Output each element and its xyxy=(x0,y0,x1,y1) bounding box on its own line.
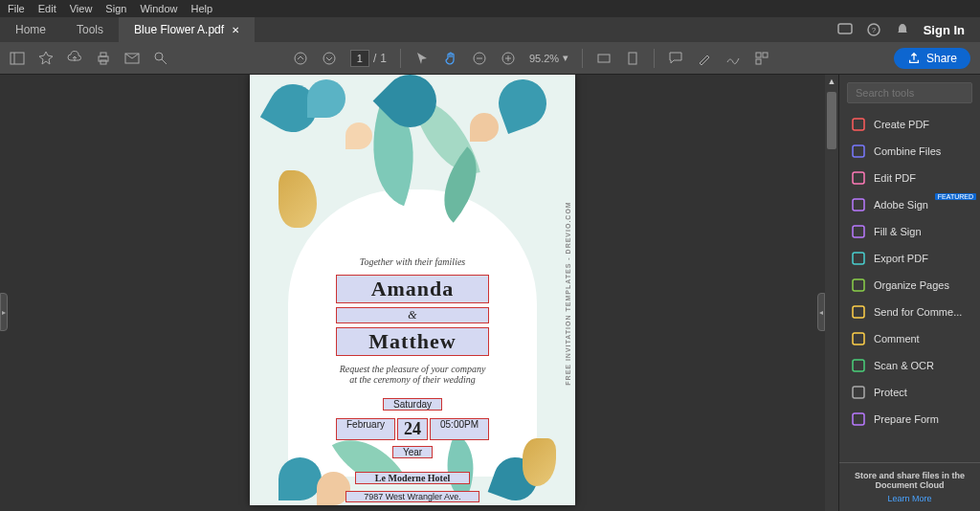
tab-document[interactable]: Blue Flower A.pdf ✕ xyxy=(119,17,255,42)
more-tools-icon[interactable] xyxy=(754,51,769,66)
svg-line-10 xyxy=(162,59,167,64)
tool-item-organize-pages[interactable]: Organize Pages xyxy=(839,272,980,299)
svg-rect-26 xyxy=(853,199,864,211)
date-field[interactable]: 24 xyxy=(397,418,428,440)
print-icon[interactable] xyxy=(96,51,111,66)
name1-field[interactable]: Amanda xyxy=(336,275,489,303)
svg-rect-32 xyxy=(853,360,864,371)
fit-width-icon[interactable] xyxy=(596,51,612,66)
cloud-upload-icon[interactable] xyxy=(67,51,82,66)
cloud-promo: Store and share files in the Document Cl… xyxy=(839,462,980,511)
tool-label: Adobe Sign xyxy=(874,199,928,211)
svg-rect-30 xyxy=(853,306,864,318)
page-total: 1 xyxy=(380,52,387,65)
menu-file[interactable]: File xyxy=(8,3,25,14)
venue-field[interactable]: Le Moderne Hotel xyxy=(355,472,470,484)
highlight-icon[interactable] xyxy=(697,51,712,66)
search-icon[interactable] xyxy=(153,51,168,66)
tool-item-edit-pdf[interactable]: Edit PDF xyxy=(839,165,980,191)
chat-icon[interactable] xyxy=(837,22,853,37)
help-icon[interactable]: ? xyxy=(866,22,881,37)
document-viewer[interactable]: ▸ xyxy=(0,75,825,511)
zoom-value: 95.2% xyxy=(529,53,559,64)
svg-rect-28 xyxy=(853,253,864,264)
sidebar-toggle-icon[interactable] xyxy=(10,51,25,66)
tool-item-adobe-sign[interactable]: Adobe SignFEATURED xyxy=(839,191,980,218)
pdf-page: FREE INVITATION TEMPLATES - DREVIO.COM T… xyxy=(250,75,575,505)
page-down-icon[interactable] xyxy=(322,51,337,66)
share-button[interactable]: Share xyxy=(894,48,970,69)
expand-right-handle[interactable]: ◂ xyxy=(817,293,825,331)
search-tools-input[interactable] xyxy=(847,82,972,103)
page-current-input[interactable] xyxy=(350,50,369,67)
svg-rect-21 xyxy=(763,53,768,57)
svg-rect-3 xyxy=(11,53,24,64)
tool-item-export-pdf[interactable]: Export PDF xyxy=(839,245,980,272)
menu-view[interactable]: View xyxy=(70,3,93,14)
month-field[interactable]: February xyxy=(336,418,395,440)
tool-item-fill-sign[interactable]: Fill & Sign xyxy=(839,218,980,245)
tool-label: Scan & OCR xyxy=(874,360,934,371)
day-field[interactable]: Saturday xyxy=(383,398,442,411)
svg-rect-19 xyxy=(629,53,636,64)
zoom-dropdown[interactable]: 95.2% ▾ xyxy=(529,52,568,64)
svg-rect-22 xyxy=(756,59,761,64)
promo-learn-more-link[interactable]: Learn More xyxy=(847,494,972,503)
scroll-up-icon[interactable]: ▲ xyxy=(828,77,836,86)
hand-tool-icon[interactable] xyxy=(443,51,458,66)
tool-item-prepare-form[interactable]: Prepare Form xyxy=(839,406,980,433)
close-tab-icon[interactable]: ✕ xyxy=(232,25,239,35)
comment-icon[interactable] xyxy=(668,51,683,66)
selection-arrow-icon[interactable] xyxy=(414,51,430,66)
share-label: Share xyxy=(926,52,957,65)
tool-icon xyxy=(851,411,866,427)
svg-rect-34 xyxy=(853,413,864,425)
tool-label: Combine Files xyxy=(874,145,941,157)
bell-icon[interactable] xyxy=(895,22,910,37)
tab-home[interactable]: Home xyxy=(0,17,61,42)
sign-in-button[interactable]: Sign In xyxy=(924,23,965,37)
tab-tools[interactable]: Tools xyxy=(61,17,119,42)
tool-item-send-for-comme-[interactable]: Send for Comme... xyxy=(839,299,980,325)
tool-icon xyxy=(851,304,866,320)
tab-home-label: Home xyxy=(15,23,46,36)
svg-rect-18 xyxy=(598,55,610,62)
zoom-in-icon[interactable] xyxy=(501,51,516,66)
menu-edit[interactable]: Edit xyxy=(38,3,56,14)
svg-rect-24 xyxy=(853,145,864,157)
year-field[interactable]: Year xyxy=(392,446,433,458)
svg-rect-25 xyxy=(853,172,864,184)
menu-sign[interactable]: Sign xyxy=(105,3,126,14)
amp-field[interactable]: & xyxy=(336,307,489,323)
scrollbar-thumb[interactable] xyxy=(827,92,836,149)
fit-page-icon[interactable] xyxy=(625,51,640,66)
tool-icon xyxy=(851,385,866,400)
time-field[interactable]: 05:00PM xyxy=(430,418,489,440)
sign-icon[interactable] xyxy=(725,51,741,66)
tool-icon xyxy=(851,170,866,186)
zoom-out-icon[interactable] xyxy=(472,51,487,66)
vertical-scrollbar[interactable]: ▲ xyxy=(825,75,838,511)
svg-rect-33 xyxy=(853,387,864,398)
share-icon xyxy=(907,52,921,65)
tools-panel: Create PDFCombine FilesEdit PDFAdobe Sig… xyxy=(838,75,980,511)
tool-icon xyxy=(851,331,866,346)
tool-item-scan-ocr[interactable]: Scan & OCR xyxy=(839,352,980,379)
featured-badge: FEATURED xyxy=(935,193,976,200)
tab-tools-label: Tools xyxy=(77,23,103,36)
tool-item-comment[interactable]: Comment xyxy=(839,325,980,352)
mail-icon[interactable] xyxy=(124,51,140,66)
tool-icon xyxy=(851,251,866,266)
tool-item-combine-files[interactable]: Combine Files xyxy=(839,138,980,165)
tool-item-create-pdf[interactable]: Create PDF xyxy=(839,111,980,138)
expand-left-handle[interactable]: ▸ xyxy=(0,293,8,331)
tool-icon xyxy=(851,278,866,293)
name2-field[interactable]: Matthew xyxy=(336,327,489,356)
tool-label: Comment xyxy=(874,333,920,344)
page-up-icon[interactable] xyxy=(293,51,308,66)
tool-item-protect[interactable]: Protect xyxy=(839,379,980,406)
menu-window[interactable]: Window xyxy=(140,3,177,14)
star-icon[interactable] xyxy=(38,51,54,66)
address-field[interactable]: 7987 West Wrangler Ave. xyxy=(345,491,479,502)
menu-help[interactable]: Help xyxy=(191,3,213,14)
